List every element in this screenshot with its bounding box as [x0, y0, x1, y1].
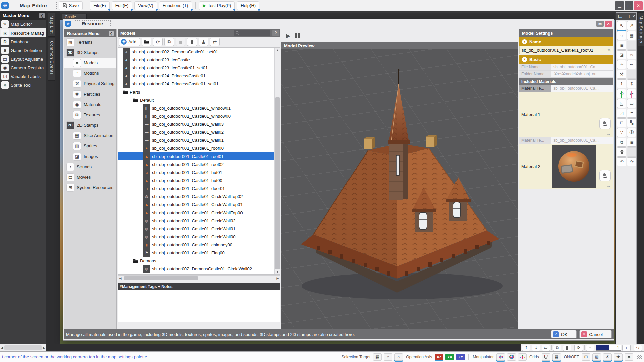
resource-menu-item-sounds[interactable]: ♪Sounds [64, 162, 116, 172]
render-box-button[interactable]: ▧ [592, 353, 601, 361]
tree-model-item[interactable]: ▲sb_obj_outdoor001_Castle01_CircleWallTo… [118, 208, 274, 217]
tree-folder[interactable]: Default [118, 96, 274, 104]
axis-zy-button[interactable]: ZY [456, 354, 465, 360]
tool-blocks-button[interactable]: ▚ [627, 118, 636, 127]
sidebar-item-sprite-tool[interactable]: ❖Sprite Tool [0, 81, 46, 89]
resource-minimize-button[interactable]: ▭ [596, 21, 604, 27]
magnet-button[interactable] [542, 353, 550, 361]
help-button[interactable]: ? [272, 30, 279, 36]
resource-menu-item-slice-animation[interactable]: ▦Slice Animation [64, 130, 116, 141]
rotate-button[interactable]: ⟳ [574, 345, 583, 351]
tree-model-item[interactable]: ◍sb_obj_outdoor001_Castle01_CircleWall01 [118, 225, 274, 233]
grid-button[interactable]: ▦ [552, 353, 561, 361]
play-button[interactable]: ▶ [286, 32, 290, 39]
search-input[interactable] [234, 30, 270, 36]
tree-model-item[interactable]: ◍sb_obj_outdoor001_Castle01_CircleWallTo… [118, 192, 274, 200]
sidebar-item-database[interactable]: DDatabase [0, 37, 46, 46]
pause-button[interactable] [295, 33, 300, 38]
sidebar-item-game-definition[interactable]: SGame Definition [0, 46, 46, 55]
tree-model-item[interactable]: ∩sb_obj_outdoor001_Castle01_door01 [118, 184, 274, 192]
tree-model-item[interactable]: ▲sb_obj_outdoor024_PrincessCastle01_set0… [118, 80, 274, 88]
tool-coin-button[interactable]: Ⓢ [627, 128, 636, 137]
resource-menu-item-sprites[interactable]: ▥Sprites [64, 141, 116, 151]
scroll-right-icon[interactable]: ▶ [275, 276, 280, 281]
resource-menu-item-images[interactable]: ◪Images [64, 151, 116, 162]
vertical-scrollbar[interactable]: ▲ ▼ [274, 48, 280, 274]
tool-free-select-button[interactable]: ↗ [627, 21, 636, 30]
sidebar-item-resource-manager[interactable]: RResource Manag [0, 28, 46, 37]
tool-select-button[interactable]: ↖ [617, 21, 626, 30]
shooting-star-button[interactable]: ★ [614, 353, 623, 361]
new-folder-button[interactable] [142, 38, 151, 46]
arrow-right-icon[interactable]: → [606, 183, 611, 188]
stamp-raise-button[interactable]: ↥ [522, 345, 530, 351]
tool-stamp-lower-button[interactable]: ↧ [627, 79, 636, 88]
model-viewport[interactable] [281, 49, 518, 338]
move-button[interactable] [496, 353, 505, 361]
axis-yx-button[interactable]: YX [445, 354, 454, 360]
tab-common-events[interactable]: Common Events [48, 38, 55, 81]
reload-material-button[interactable] [599, 170, 611, 181]
trash-button[interactable] [563, 345, 571, 351]
scroll-left-icon[interactable]: ◀ [1, 346, 3, 350]
sun-button[interactable]: ☀ [603, 353, 612, 361]
add-button[interactable]: ✚ Add [119, 38, 140, 46]
tool-fill-pump-button[interactable]: ⌾ [627, 50, 636, 59]
tree-model-item[interactable]: ▬sb_obj_outdoor001_Castle01_wall01 [118, 136, 274, 144]
tree-model-item[interactable]: ▲sb_obj_outdoor001_Castle01_roof01 [118, 152, 274, 160]
minus-button[interactable]: − [586, 345, 594, 351]
resource-menu-item-motions[interactable]: ∷Motions [64, 68, 116, 78]
sidebar-item-map-editor[interactable]: ✎Map Editor [0, 20, 46, 28]
name-section-header[interactable]: ▼ Name [519, 37, 613, 46]
tool-copy-button[interactable]: ⧉ [617, 138, 626, 147]
arrow-right-icon[interactable]: → [606, 131, 611, 136]
scrollbar-thumb[interactable] [124, 276, 198, 280]
tree-folder[interactable]: Demons [118, 257, 274, 265]
menu-item-filef[interactable]: File(F) [90, 1, 110, 10]
tab-map-settings[interactable]: Map Settings [638, 13, 644, 46]
resource-menu-item-badge-3d[interactable]: 3D3D Stamps [64, 47, 116, 58]
scroll-up-icon[interactable]: ▲ [275, 48, 280, 52]
tree-model-item[interactable]: ⌂sb_obj_outdoor001_Castle01_hut01 [118, 168, 274, 176]
window-minimize-button[interactable]: ▁ [615, 1, 624, 10]
paste-button[interactable]: ▣ [176, 38, 185, 46]
rotate-gizmo-button[interactable] [507, 353, 516, 361]
tree-model-item[interactable]: ◍sb_obj_outdoor001_Castle01_CircleWall00 [118, 233, 274, 241]
tree-model-item[interactable]: ▲sb_obj_outdoor023_IceCastle01_set01 [118, 64, 274, 72]
tree-model-item[interactable]: ▲sb_obj_outdoor024_PrincessCastle01 [118, 72, 274, 80]
resource-menu-item-system-resources[interactable]: ⊞System Resources [64, 182, 116, 193]
scroll-left-icon[interactable]: ◀ [118, 276, 123, 281]
exit-button[interactable]: ↪ [634, 345, 642, 351]
window-maximize-button[interactable]: □ [625, 1, 633, 10]
tool-rotate-cw-button[interactable]: ⟳ [627, 89, 636, 98]
trash-button[interactable] [187, 38, 197, 46]
reload-material-button[interactable] [599, 118, 611, 129]
resource-menu-item-models[interactable]: ☻Models [64, 58, 116, 68]
resource-title-bar[interactable]: ❋ Resource ▭ ✕ [63, 19, 614, 28]
building-grid-button[interactable]: ▦ [373, 353, 382, 361]
scroll-right-icon[interactable]: ▶ [43, 346, 45, 350]
sidebar-horizontal-scrollbar[interactable]: ◀ ▶ [0, 344, 46, 351]
tree-model-item[interactable]: ⚑sb_obj_outdoor001_Castle01_Flag00 [118, 249, 274, 257]
tree-model-item[interactable]: ▲sb_obj_outdoor001_Castle01_roof00 [118, 144, 274, 152]
resource-menu-item-badge-2d[interactable]: 2D2D Stamps [64, 120, 116, 130]
horizontal-scrollbar[interactable]: ◀ ▶ [118, 275, 280, 281]
collapse-left-icon[interactable]: ❮ [109, 31, 114, 36]
tool-shovel-button[interactable]: ⚒ [617, 70, 626, 79]
tool-eraser-button[interactable]: ◪ [617, 50, 626, 59]
tree-model-item[interactable]: ▲sb_obj_outdoor001_Castle01_CircleWallTo… [118, 200, 274, 208]
count-field[interactable]: 1 [596, 345, 621, 351]
tool-layers-button[interactable]: ≡ [627, 109, 636, 118]
management-tags-notes-area[interactable] [118, 290, 280, 322]
tool-eyedropper-button[interactable]: ✒ [627, 60, 636, 69]
tool-lasso-button[interactable]: ◌ [617, 31, 626, 40]
tree-model-item[interactable]: ▮sb_obj_outdoor001_Castle01_chimney00 [118, 241, 274, 249]
collapse-left-icon[interactable]: ❮ [39, 13, 45, 18]
resource-menu-item-physical-setting[interactable]: ⚒Physical Setting [64, 78, 116, 89]
resource-close-button[interactable]: ✕ [605, 21, 612, 27]
test-play-button[interactable]: ▶ Test Play(P) [199, 1, 235, 10]
tree-model-item[interactable]: ◫sb_obj_outdoor001_Castle01_window00 [118, 112, 274, 120]
tool-slope-corner-button[interactable]: ◿ [617, 109, 626, 118]
monster-button[interactable]: ☻ [625, 353, 633, 361]
tree-model-item[interactable]: ▬sb_obj_outdoor001_Castle01_wall03 [118, 120, 274, 128]
